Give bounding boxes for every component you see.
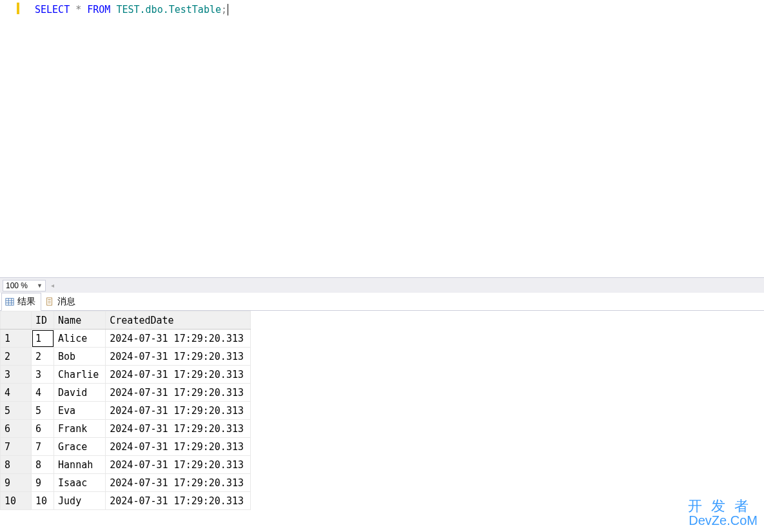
createddate-cell[interactable]: 2024-07-31 17:29:20.313 — [106, 402, 251, 420]
header-createddate[interactable]: CreatedDate — [106, 311, 251, 330]
header-name[interactable]: Name — [54, 311, 106, 330]
header-id[interactable]: ID — [32, 311, 54, 330]
tab-results[interactable]: 结果 — [1, 293, 41, 311]
name-cell[interactable]: Frank — [54, 420, 106, 438]
zoom-toolbar: 100 % ▼ ◂ — [0, 277, 764, 293]
results-tabs: 结果 消息 — [0, 293, 764, 311]
tab-results-label: 结果 — [17, 296, 35, 308]
createddate-cell[interactable]: 2024-07-31 17:29:20.313 — [106, 438, 251, 456]
table-row[interactable]: 55Eva2024-07-31 17:29:20.313 — [1, 402, 251, 420]
text-cursor-icon — [228, 4, 228, 15]
name-cell[interactable]: Hannah — [54, 456, 106, 474]
row-number-cell[interactable]: 5 — [1, 402, 32, 420]
sql-keyword: FROM — [87, 4, 110, 15]
name-cell[interactable]: Charlie — [54, 366, 106, 384]
name-cell[interactable]: Alice — [54, 330, 106, 348]
createddate-cell[interactable]: 2024-07-31 17:29:20.313 — [106, 330, 251, 348]
id-cell[interactable]: 5 — [32, 402, 54, 420]
name-cell[interactable]: Bob — [54, 348, 106, 366]
id-cell[interactable]: 1 — [32, 330, 54, 348]
createddate-cell[interactable]: 2024-07-31 17:29:20.313 — [106, 456, 251, 474]
sql-star: * — [75, 4, 81, 15]
table-row[interactable]: 44David2024-07-31 17:29:20.313 — [1, 384, 251, 402]
table-row[interactable]: 99Isaac2024-07-31 17:29:20.313 — [1, 474, 251, 492]
id-cell[interactable]: 2 — [32, 348, 54, 366]
row-number-cell[interactable]: 9 — [1, 474, 32, 492]
row-number-cell[interactable]: 6 — [1, 420, 32, 438]
sql-table-name: TEST.dbo.TestTable — [116, 4, 221, 15]
sql-editor-pane: SELECT * FROM TEST.dbo.TestTable; — [0, 0, 764, 277]
row-number-cell[interactable]: 10 — [1, 492, 32, 510]
table-row[interactable]: 33Charlie2024-07-31 17:29:20.313 — [1, 366, 251, 384]
table-row[interactable]: 77Grace2024-07-31 17:29:20.313 — [1, 438, 251, 456]
id-cell[interactable]: 4 — [32, 384, 54, 402]
id-cell[interactable]: 8 — [32, 456, 54, 474]
createddate-cell[interactable]: 2024-07-31 17:29:20.313 — [106, 474, 251, 492]
header-rownum[interactable] — [1, 311, 32, 330]
sql-semicolon: ; — [221, 4, 227, 15]
tab-messages[interactable]: 消息 — [41, 293, 81, 310]
results-table: ID Name CreatedDate 11Alice2024-07-31 17… — [0, 311, 251, 510]
row-number-cell[interactable]: 2 — [1, 348, 32, 366]
name-cell[interactable]: David — [54, 384, 106, 402]
row-number-cell[interactable]: 4 — [1, 384, 32, 402]
row-number-cell[interactable]: 3 — [1, 366, 32, 384]
zoom-value: 100 % — [6, 281, 28, 290]
id-cell[interactable]: 7 — [32, 438, 54, 456]
sql-keyword: SELECT — [35, 4, 70, 15]
document-icon — [44, 297, 55, 306]
table-row[interactable]: 1010Judy2024-07-31 17:29:20.313 — [1, 492, 251, 510]
sql-code-area[interactable]: SELECT * FROM TEST.dbo.TestTable; — [18, 0, 764, 277]
row-number-cell[interactable]: 7 — [1, 438, 32, 456]
id-cell[interactable]: 10 — [32, 492, 54, 510]
name-cell[interactable]: Isaac — [54, 474, 106, 492]
name-cell[interactable]: Eva — [54, 402, 106, 420]
table-row[interactable]: 88Hannah2024-07-31 17:29:20.313 — [1, 456, 251, 474]
tab-messages-label: 消息 — [57, 296, 75, 308]
results-grid-container[interactable]: ID Name CreatedDate 11Alice2024-07-31 17… — [0, 311, 764, 510]
id-cell[interactable]: 3 — [32, 366, 54, 384]
id-cell[interactable]: 6 — [32, 420, 54, 438]
name-cell[interactable]: Judy — [54, 492, 106, 510]
table-row[interactable]: 66Frank2024-07-31 17:29:20.313 — [1, 420, 251, 438]
createddate-cell[interactable]: 2024-07-31 17:29:20.313 — [106, 492, 251, 510]
zoom-level-dropdown[interactable]: 100 % ▼ — [3, 280, 46, 291]
table-header-row: ID Name CreatedDate — [1, 311, 251, 330]
chevron-down-icon: ▼ — [37, 282, 43, 289]
id-cell[interactable]: 9 — [32, 474, 54, 492]
editor-gutter — [0, 0, 18, 277]
row-number-cell[interactable]: 8 — [1, 456, 32, 474]
createddate-cell[interactable]: 2024-07-31 17:29:20.313 — [106, 384, 251, 402]
createddate-cell[interactable]: 2024-07-31 17:29:20.313 — [106, 366, 251, 384]
svg-rect-0 — [6, 299, 14, 306]
table-row[interactable]: 11Alice2024-07-31 17:29:20.313 — [1, 330, 251, 348]
table-row[interactable]: 22Bob2024-07-31 17:29:20.313 — [1, 348, 251, 366]
chevron-left-icon[interactable]: ◂ — [51, 282, 54, 289]
createddate-cell[interactable]: 2024-07-31 17:29:20.313 — [106, 348, 251, 366]
row-number-cell[interactable]: 1 — [1, 330, 32, 348]
grid-icon — [5, 297, 15, 306]
watermark-line2: DevZe.CoM — [688, 513, 758, 528]
createddate-cell[interactable]: 2024-07-31 17:29:20.313 — [106, 420, 251, 438]
name-cell[interactable]: Grace — [54, 438, 106, 456]
